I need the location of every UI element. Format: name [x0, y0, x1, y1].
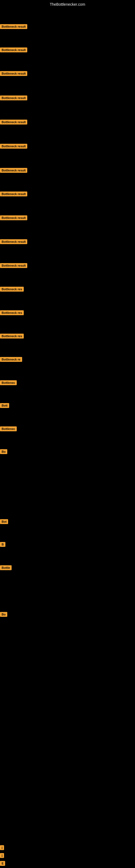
bottleneck-badge: Bottleneck res — [0, 310, 24, 315]
bottleneck-badge: B — [0, 542, 5, 547]
bottleneck-badge: Bott — [0, 403, 9, 408]
bottleneck-badge: Bottleneck result — [0, 239, 27, 244]
bottleneck-badge: Bottleneck result — [0, 71, 27, 76]
bottleneck-badge: Bottleneck result — [0, 168, 27, 173]
bottleneck-badge: Bottle — [0, 565, 12, 570]
bottleneck-badge: Bo — [0, 449, 7, 454]
bottleneck-badge: | — [0, 853, 4, 858]
bottleneck-badge: Bottleneck result — [0, 48, 27, 52]
bottleneck-badge: | — [0, 845, 4, 850]
bottleneck-badge: Bottleneck res — [0, 287, 24, 291]
bottleneck-badge: Bottleneck res — [0, 334, 24, 339]
bottleneck-badge: Bottlenec — [0, 426, 17, 431]
bottleneck-badge: Bottlenec — [0, 380, 17, 385]
bottleneck-badge: Bo — [0, 612, 7, 617]
bottleneck-badge: Bottleneck result — [0, 95, 27, 100]
bottleneck-badge: Bot — [0, 519, 8, 524]
bottleneck-badge: Bottleneck result — [0, 215, 27, 220]
site-title: TheBottlenecker.com — [0, 0, 135, 9]
bottleneck-badge: Bottleneck result — [0, 263, 27, 268]
bottleneck-badge: Bottleneck result — [0, 24, 27, 29]
bottleneck-badge: Bottleneck re — [0, 357, 22, 362]
bottleneck-badge: Bottleneck result — [0, 120, 27, 124]
bottleneck-badge: E — [0, 861, 5, 866]
bottleneck-badge: Bottleneck result — [0, 144, 27, 149]
bottleneck-badge: Bottleneck result — [0, 191, 27, 196]
